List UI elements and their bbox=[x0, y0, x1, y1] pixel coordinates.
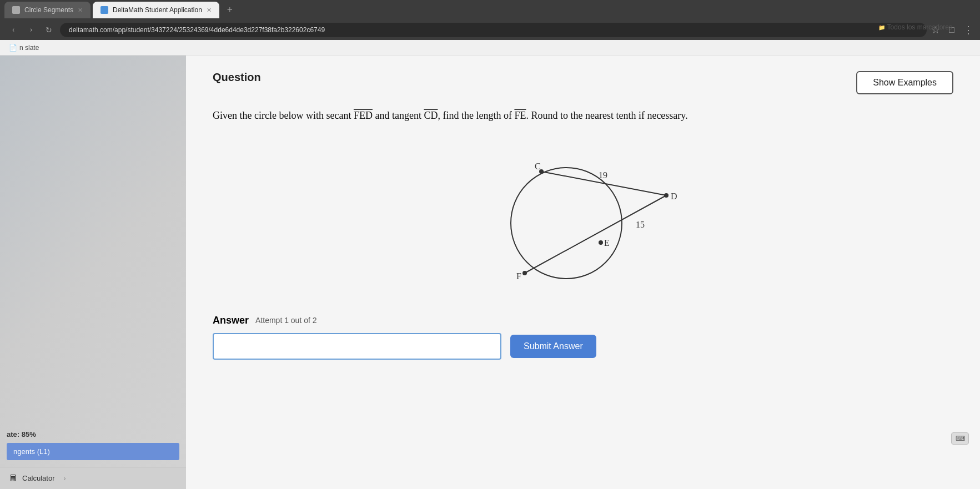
tab-icon-deltamath bbox=[100, 6, 108, 14]
calculator-bar[interactable]: 🖩 Calculator › bbox=[0, 467, 186, 489]
question-text-part1: Given the circle below with secant bbox=[213, 110, 354, 121]
question-text-part2: and tangent bbox=[373, 110, 424, 121]
tab-deltamath[interactable]: DeltaMath Student Application ✕ bbox=[93, 2, 219, 18]
tab-label-deltamath: DeltaMath Student Application bbox=[113, 6, 202, 14]
menu-icon[interactable]: ⋮ bbox=[963, 24, 973, 36]
value-19: 19 bbox=[599, 170, 607, 180]
question-text-part3: , find the length of bbox=[438, 110, 514, 121]
question-header: Question Show Examples bbox=[213, 71, 953, 94]
diagram-container: C D E F 19 15 bbox=[213, 137, 953, 293]
answer-input[interactable] bbox=[213, 333, 501, 360]
bookmarks-label: 📁 Todos los marcadores bbox=[878, 23, 952, 31]
address-bar[interactable]: deltamath.com/app/student/3437224/253243… bbox=[60, 23, 927, 37]
label-C: C bbox=[535, 162, 541, 171]
question-text: Given the circle below with secant FED a… bbox=[213, 108, 953, 124]
secant-label: FED bbox=[354, 110, 373, 121]
main-content: Question Show Examples Given the circle … bbox=[186, 56, 980, 489]
geometry-diagram: C D E F 19 15 bbox=[461, 137, 705, 293]
svg-line-1 bbox=[525, 195, 666, 273]
svg-point-5 bbox=[599, 240, 603, 245]
score-label: ate: 85% bbox=[7, 430, 179, 438]
question-label: Question bbox=[213, 71, 261, 84]
answer-input-row: Submit Answer bbox=[213, 333, 953, 360]
back-button[interactable]: ‹ bbox=[7, 26, 20, 34]
tab-close-icon[interactable]: ✕ bbox=[78, 7, 83, 14]
bookmark-icon: 📄 bbox=[9, 44, 17, 52]
keyboard-icon-button[interactable]: ⌨ bbox=[951, 432, 969, 445]
attempt-label: Attempt 1 out of 2 bbox=[255, 316, 317, 325]
bookmark-label: n slate bbox=[19, 44, 39, 52]
value-15: 15 bbox=[636, 220, 645, 229]
url-text: deltamath.com/app/student/3437224/253243… bbox=[69, 26, 325, 34]
expand-icon[interactable]: › bbox=[64, 475, 66, 482]
svg-point-6 bbox=[522, 271, 527, 275]
answer-section: Answer Attempt 1 out of 2 Submit Answer bbox=[213, 315, 953, 360]
svg-point-4 bbox=[664, 193, 669, 198]
label-D: D bbox=[671, 191, 677, 201]
tab-circle-segments[interactable]: Circle Segments ✕ bbox=[4, 2, 91, 18]
keyboard-icon: ⌨ bbox=[956, 435, 965, 443]
calculator-label: Calculator bbox=[22, 474, 55, 482]
calculator-icon: 🖩 bbox=[9, 473, 18, 483]
tab-label: Circle Segments bbox=[24, 6, 73, 14]
tangent-label: CD bbox=[424, 110, 438, 121]
label-E: E bbox=[604, 238, 610, 248]
tab-icon bbox=[12, 6, 20, 14]
show-examples-button[interactable]: Show Examples bbox=[856, 71, 953, 94]
bookmark-nslate[interactable]: 📄 n slate bbox=[9, 44, 39, 52]
answer-label-row: Answer Attempt 1 out of 2 bbox=[213, 315, 953, 326]
label-F: F bbox=[516, 271, 521, 281]
question-text-part4: . Round to the nearest tenth if necessar… bbox=[526, 110, 687, 121]
find-label: FE bbox=[514, 110, 526, 121]
reload-button[interactable]: ↻ bbox=[42, 26, 56, 35]
tab-close-deltamath-icon[interactable]: ✕ bbox=[207, 7, 212, 14]
forward-button[interactable]: › bbox=[24, 26, 38, 34]
answer-label: Answer bbox=[213, 315, 249, 326]
svg-point-0 bbox=[511, 168, 622, 279]
sidebar: ate: 85% ngents (L1) bbox=[0, 56, 186, 489]
submit-answer-button[interactable]: Submit Answer bbox=[510, 335, 596, 358]
sidebar-item-tangents[interactable]: ngents (L1) bbox=[7, 443, 179, 460]
new-tab-button[interactable]: + bbox=[222, 4, 238, 16]
